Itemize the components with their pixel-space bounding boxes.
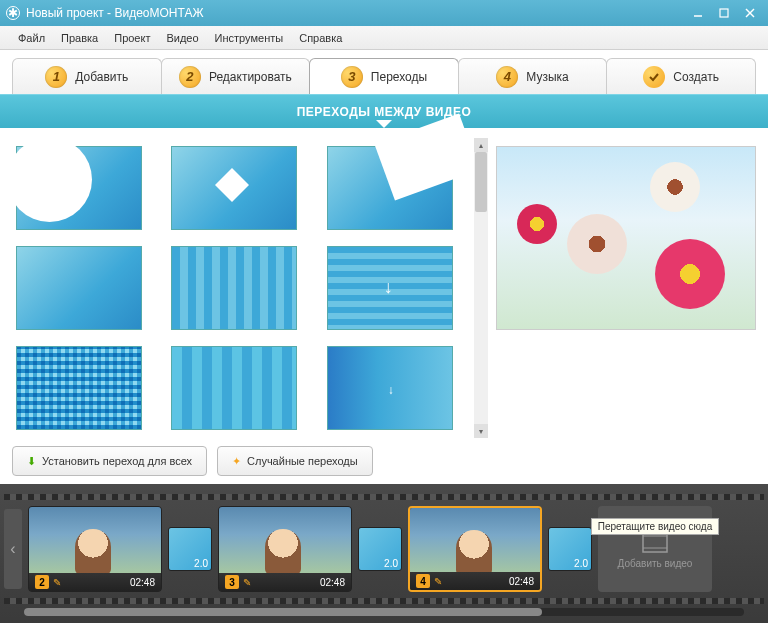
transition-thumb[interactable]	[327, 246, 453, 330]
scroll-down-icon[interactable]: ▾	[474, 424, 488, 438]
menu-tools[interactable]: Инструменты	[207, 32, 292, 44]
preview-image	[655, 239, 725, 309]
transition-thumb[interactable]	[16, 246, 142, 330]
pencil-icon[interactable]: ✎	[243, 577, 251, 588]
titlebar: ✱ Новый проект - ВидеоМОНТАЖ	[0, 0, 768, 26]
step-number-icon: 4	[496, 66, 518, 88]
svg-rect-1	[720, 9, 728, 17]
clip-duration: 02:48	[130, 577, 155, 588]
scroll-thumb[interactable]	[24, 608, 542, 616]
clip-info-bar: 2✎02:48	[29, 573, 161, 591]
action-row: ⬇Установить переход для всех ✦Случайные …	[0, 446, 768, 484]
window-title: Новый проект - ВидеоМОНТАЖ	[26, 6, 684, 20]
clip-duration: 02:48	[320, 577, 345, 588]
clip-thumbnail	[219, 507, 351, 575]
timeline-scrollbar[interactable]	[24, 608, 744, 616]
tab-label: Музыка	[526, 70, 568, 84]
clips-row: ‹ 2✎02:48 2.0 3✎02:48 2.0 4✎02:48 2.0 Пе…	[4, 500, 764, 598]
maximize-button[interactable]	[712, 4, 736, 22]
button-label: Установить переход для всех	[42, 455, 192, 467]
menubar: Файл Правка Проект Видео Инструменты Спр…	[0, 26, 768, 50]
transition-thumb[interactable]	[327, 346, 453, 430]
tab-edit[interactable]: 2Редактировать	[161, 58, 311, 94]
add-video-label: Добавить видео	[618, 558, 693, 569]
clip-number: 2	[35, 575, 49, 589]
download-icon: ⬇	[27, 455, 36, 468]
vertical-scrollbar[interactable]: ▴ ▾	[474, 138, 488, 438]
menu-project[interactable]: Проект	[106, 32, 158, 44]
clip-info-bar: 3✎02:48	[219, 573, 351, 591]
sparkle-icon: ✦	[232, 455, 241, 468]
transitions-grid: ▴ ▾	[12, 138, 488, 438]
transition-duration: 2.0	[194, 558, 208, 569]
transition-slot[interactable]: 2.0	[168, 527, 212, 571]
transition-thumb[interactable]	[171, 146, 297, 230]
transition-duration: 2.0	[574, 558, 588, 569]
tab-label: Создать	[673, 70, 719, 84]
tab-label: Переходы	[371, 70, 427, 84]
preview-pane	[496, 146, 756, 330]
button-label: Случайные переходы	[247, 455, 358, 467]
tab-label: Редактировать	[209, 70, 292, 84]
main-area: ▴ ▾	[0, 128, 768, 446]
minimize-button[interactable]	[686, 4, 710, 22]
preview-image	[517, 204, 557, 244]
transition-slot[interactable]: 2.0	[548, 527, 592, 571]
transition-thumb[interactable]	[327, 146, 453, 230]
preview-image	[567, 214, 627, 274]
preview-image	[650, 162, 700, 212]
transition-thumb[interactable]	[16, 346, 142, 430]
panel-title: ПЕРЕХОДЫ МЕЖДУ ВИДЕО	[297, 105, 472, 119]
scroll-thumb[interactable]	[475, 152, 487, 212]
menu-file[interactable]: Файл	[10, 32, 53, 44]
step-number-icon: 3	[341, 66, 363, 88]
scroll-up-icon[interactable]: ▴	[474, 138, 488, 152]
timeline: ‹ 2✎02:48 2.0 3✎02:48 2.0 4✎02:48 2.0 Пе…	[0, 484, 768, 623]
clip-thumbnail	[29, 507, 161, 575]
add-video-button[interactable]: Перетащите видео сюда Добавить видео	[598, 506, 712, 592]
clip-info-bar: 4✎02:48	[410, 572, 540, 590]
apply-all-button[interactable]: ⬇Установить переход для всех	[12, 446, 207, 476]
timeline-clip[interactable]: 3✎02:48	[218, 506, 352, 592]
clip-number: 4	[416, 574, 430, 588]
step-tabs: 1Добавить 2Редактировать 3Переходы 4Музы…	[0, 50, 768, 94]
transition-thumb[interactable]	[171, 246, 297, 330]
tab-create[interactable]: Создать	[606, 58, 756, 94]
timeline-prev-button[interactable]: ‹	[4, 509, 22, 589]
pencil-icon[interactable]: ✎	[434, 576, 442, 587]
grid-scroll	[12, 138, 468, 438]
close-button[interactable]	[738, 4, 762, 22]
menu-edit[interactable]: Правка	[53, 32, 106, 44]
clip-thumbnail	[410, 508, 540, 576]
film-strip-icon	[4, 598, 764, 604]
step-number-icon: 2	[179, 66, 201, 88]
tab-music[interactable]: 4Музыка	[458, 58, 608, 94]
pencil-icon[interactable]: ✎	[53, 577, 61, 588]
tab-label: Добавить	[75, 70, 128, 84]
clip-number: 3	[225, 575, 239, 589]
tab-add[interactable]: 1Добавить	[12, 58, 162, 94]
timeline-clip[interactable]: 4✎02:48	[408, 506, 542, 592]
step-number-icon: 1	[45, 66, 67, 88]
transition-thumb[interactable]	[16, 146, 142, 230]
checkmark-icon	[643, 66, 665, 88]
tab-transitions[interactable]: 3Переходы	[309, 58, 459, 94]
transition-duration: 2.0	[384, 558, 398, 569]
menu-video[interactable]: Видео	[158, 32, 206, 44]
random-button[interactable]: ✦Случайные переходы	[217, 446, 373, 476]
clip-duration: 02:48	[509, 576, 534, 587]
menu-help[interactable]: Справка	[291, 32, 350, 44]
tooltip: Перетащите видео сюда	[591, 518, 720, 535]
transition-thumb[interactable]	[171, 346, 297, 430]
app-icon: ✱	[6, 6, 20, 20]
panel-header: ПЕРЕХОДЫ МЕЖДУ ВИДЕО	[0, 94, 768, 128]
timeline-clip[interactable]: 2✎02:48	[28, 506, 162, 592]
transition-slot[interactable]: 2.0	[358, 527, 402, 571]
